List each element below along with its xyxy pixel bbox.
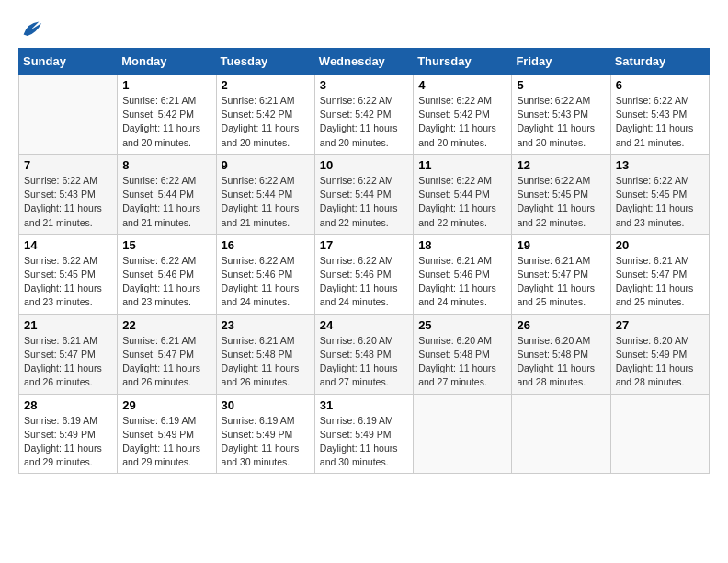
logo [18,17,48,42]
day-number: 2 [222,78,310,92]
calendar-cell [19,75,118,155]
day-number: 26 [517,318,605,332]
day-number: 24 [320,318,408,332]
day-info: Sunrise: 6:22 AM Sunset: 5:44 PM Dayligh… [418,174,506,230]
calendar-cell: 15Sunrise: 6:22 AM Sunset: 5:46 PM Dayli… [118,234,216,314]
day-number: 14 [24,238,112,252]
calendar-cell: 22Sunrise: 6:21 AM Sunset: 5:47 PM Dayli… [118,314,216,394]
calendar-cell: 14Sunrise: 6:22 AM Sunset: 5:45 PM Dayli… [19,234,118,314]
day-info: Sunrise: 6:20 AM Sunset: 5:48 PM Dayligh… [517,334,605,390]
day-info: Sunrise: 6:22 AM Sunset: 5:46 PM Dayligh… [320,254,408,310]
calendar-cell: 4Sunrise: 6:22 AM Sunset: 5:42 PM Daylig… [414,75,512,155]
col-header-wednesday: Wednesday [314,49,413,75]
calendar-cell: 2Sunrise: 6:21 AM Sunset: 5:42 PM Daylig… [216,75,314,155]
day-info: Sunrise: 6:22 AM Sunset: 5:42 PM Dayligh… [418,94,506,150]
calendar-cell [512,394,610,474]
calendar-cell: 24Sunrise: 6:20 AM Sunset: 5:48 PM Dayli… [314,314,413,394]
day-number: 10 [320,158,408,172]
calendar-cell: 8Sunrise: 6:22 AM Sunset: 5:44 PM Daylig… [118,154,216,234]
calendar-cell: 9Sunrise: 6:22 AM Sunset: 5:44 PM Daylig… [216,154,314,234]
day-info: Sunrise: 6:22 AM Sunset: 5:43 PM Dayligh… [616,94,704,150]
calendar-cell [414,394,512,474]
day-info: Sunrise: 6:19 AM Sunset: 5:49 PM Dayligh… [222,414,310,470]
day-number: 29 [122,398,210,412]
day-number: 27 [616,318,704,332]
calendar-cell: 3Sunrise: 6:22 AM Sunset: 5:42 PM Daylig… [314,75,413,155]
day-number: 15 [122,238,210,252]
day-info: Sunrise: 6:21 AM Sunset: 5:48 PM Dayligh… [222,334,310,390]
calendar-cell [610,394,709,474]
calendar-cell: 18Sunrise: 6:21 AM Sunset: 5:46 PM Dayli… [414,234,512,314]
day-info: Sunrise: 6:22 AM Sunset: 5:46 PM Dayligh… [222,254,310,310]
day-number: 28 [24,398,112,412]
page-container: SundayMondayTuesdayWednesdayThursdayFrid… [0,0,728,483]
day-info: Sunrise: 6:22 AM Sunset: 5:45 PM Dayligh… [517,174,605,230]
calendar-cell: 29Sunrise: 6:19 AM Sunset: 5:49 PM Dayli… [118,394,216,474]
day-number: 7 [24,158,112,172]
calendar-table: SundayMondayTuesdayWednesdayThursdayFrid… [18,48,710,474]
day-number: 1 [122,78,210,92]
day-number: 21 [24,318,112,332]
col-header-saturday: Saturday [610,49,709,75]
day-number: 25 [418,318,506,332]
day-info: Sunrise: 6:22 AM Sunset: 5:46 PM Dayligh… [122,254,210,310]
calendar-cell: 25Sunrise: 6:20 AM Sunset: 5:48 PM Dayli… [414,314,512,394]
day-number: 8 [122,158,210,172]
day-number: 19 [517,238,605,252]
calendar-cell: 27Sunrise: 6:20 AM Sunset: 5:49 PM Dayli… [610,314,709,394]
day-number: 4 [418,78,506,92]
col-header-tuesday: Tuesday [216,49,314,75]
day-info: Sunrise: 6:19 AM Sunset: 5:49 PM Dayligh… [122,414,210,470]
calendar-cell: 11Sunrise: 6:22 AM Sunset: 5:44 PM Dayli… [414,154,512,234]
header [18,17,710,42]
col-header-sunday: Sunday [19,49,118,75]
calendar-cell: 6Sunrise: 6:22 AM Sunset: 5:43 PM Daylig… [610,75,709,155]
day-info: Sunrise: 6:21 AM Sunset: 5:42 PM Dayligh… [222,94,310,150]
day-info: Sunrise: 6:21 AM Sunset: 5:47 PM Dayligh… [122,334,210,390]
day-info: Sunrise: 6:19 AM Sunset: 5:49 PM Dayligh… [320,414,408,470]
day-info: Sunrise: 6:20 AM Sunset: 5:48 PM Dayligh… [418,334,506,390]
day-info: Sunrise: 6:21 AM Sunset: 5:47 PM Dayligh… [517,254,605,310]
col-header-thursday: Thursday [414,49,512,75]
calendar-cell: 7Sunrise: 6:22 AM Sunset: 5:43 PM Daylig… [19,154,118,234]
day-info: Sunrise: 6:21 AM Sunset: 5:46 PM Dayligh… [418,254,506,310]
calendar-cell: 30Sunrise: 6:19 AM Sunset: 5:49 PM Dayli… [216,394,314,474]
day-info: Sunrise: 6:22 AM Sunset: 5:44 PM Dayligh… [320,174,408,230]
calendar-cell: 10Sunrise: 6:22 AM Sunset: 5:44 PM Dayli… [314,154,413,234]
day-info: Sunrise: 6:22 AM Sunset: 5:45 PM Dayligh… [24,254,112,310]
calendar-cell: 26Sunrise: 6:20 AM Sunset: 5:48 PM Dayli… [512,314,610,394]
day-number: 9 [222,158,310,172]
calendar-cell: 20Sunrise: 6:21 AM Sunset: 5:47 PM Dayli… [610,234,709,314]
day-number: 5 [517,78,605,92]
day-info: Sunrise: 6:22 AM Sunset: 5:44 PM Dayligh… [122,174,210,230]
day-number: 6 [616,78,704,92]
calendar-cell: 23Sunrise: 6:21 AM Sunset: 5:48 PM Dayli… [216,314,314,394]
calendar-cell: 17Sunrise: 6:22 AM Sunset: 5:46 PM Dayli… [314,234,413,314]
day-info: Sunrise: 6:22 AM Sunset: 5:45 PM Dayligh… [616,174,704,230]
day-info: Sunrise: 6:21 AM Sunset: 5:47 PM Dayligh… [24,334,112,390]
day-info: Sunrise: 6:21 AM Sunset: 5:47 PM Dayligh… [616,254,704,310]
calendar-cell: 16Sunrise: 6:22 AM Sunset: 5:46 PM Dayli… [216,234,314,314]
day-info: Sunrise: 6:22 AM Sunset: 5:44 PM Dayligh… [222,174,310,230]
calendar-cell: 13Sunrise: 6:22 AM Sunset: 5:45 PM Dayli… [610,154,709,234]
day-number: 16 [222,238,310,252]
calendar-cell: 21Sunrise: 6:21 AM Sunset: 5:47 PM Dayli… [19,314,118,394]
calendar-cell: 5Sunrise: 6:22 AM Sunset: 5:43 PM Daylig… [512,75,610,155]
col-header-monday: Monday [118,49,216,75]
calendar-cell: 12Sunrise: 6:22 AM Sunset: 5:45 PM Dayli… [512,154,610,234]
day-number: 23 [222,318,310,332]
day-number: 3 [320,78,408,92]
calendar-cell: 28Sunrise: 6:19 AM Sunset: 5:49 PM Dayli… [19,394,118,474]
calendar-cell: 1Sunrise: 6:21 AM Sunset: 5:42 PM Daylig… [118,75,216,155]
day-info: Sunrise: 6:22 AM Sunset: 5:43 PM Dayligh… [517,94,605,150]
day-number: 17 [320,238,408,252]
day-info: Sunrise: 6:22 AM Sunset: 5:43 PM Dayligh… [24,174,112,230]
col-header-friday: Friday [512,49,610,75]
day-number: 20 [616,238,704,252]
day-info: Sunrise: 6:22 AM Sunset: 5:42 PM Dayligh… [320,94,408,150]
calendar-cell: 31Sunrise: 6:19 AM Sunset: 5:49 PM Dayli… [314,394,413,474]
day-number: 12 [517,158,605,172]
day-number: 31 [320,398,408,412]
day-number: 30 [222,398,310,412]
day-info: Sunrise: 6:21 AM Sunset: 5:42 PM Dayligh… [122,94,210,150]
